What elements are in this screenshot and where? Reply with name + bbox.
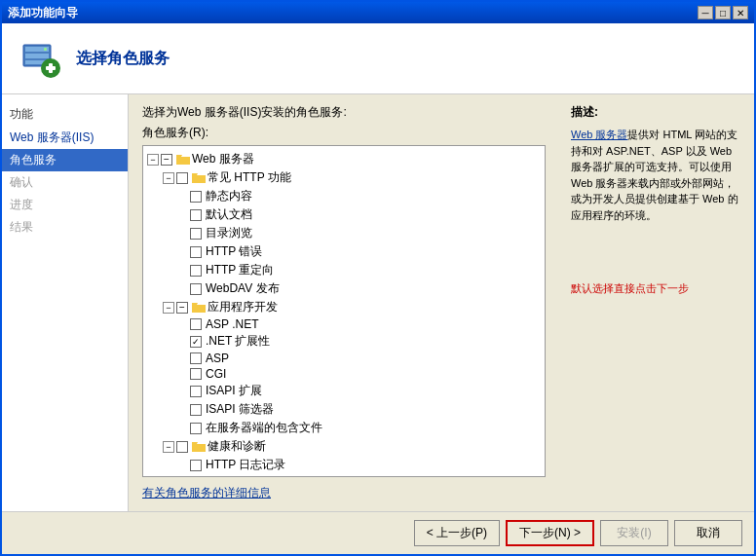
- label-web-server: Web 服务器: [192, 151, 254, 167]
- checkbox-cgi[interactable]: [190, 368, 202, 380]
- back-button[interactable]: < 上一步(P): [414, 520, 500, 546]
- svg-rect-4: [44, 48, 47, 51]
- tree-item-health-diag[interactable]: − 健康和诊断: [143, 437, 545, 456]
- tree-item-log-tools[interactable]: 日志记录工具: [143, 474, 545, 477]
- window-title: 添加功能向导: [8, 5, 78, 21]
- label-common-http: 常见 HTTP 功能: [208, 169, 291, 186]
- checkbox-app-dev[interactable]: [176, 302, 188, 314]
- checkbox-asp-net[interactable]: [190, 318, 202, 330]
- tree-item-webdav[interactable]: WebDAV 发布: [143, 279, 545, 298]
- title-bar-controls: ─ □ ✕: [698, 6, 748, 19]
- sidebar-item-result: 结果: [2, 216, 128, 239]
- label-log-tools: 日志记录工具: [206, 475, 276, 477]
- label-http-redirect: HTTP 重定向: [206, 262, 274, 278]
- checkbox-server-side[interactable]: [190, 423, 202, 434]
- minimize-button[interactable]: ─: [698, 6, 713, 19]
- sidebar-item-progress: 进度: [2, 194, 128, 216]
- tree-item-isapi-ext[interactable]: ISAPI 扩展: [143, 382, 545, 400]
- sidebar-label: 功能: [2, 102, 128, 127]
- checkbox-http-errors[interactable]: [190, 246, 202, 258]
- desc-body: 提供对 HTML 网站的支持和对 ASP.NET、ASP 以及 Web 服务器扩…: [571, 129, 738, 221]
- sidebar-item-confirm: 确认: [2, 171, 128, 194]
- sidebar: 功能 Web 服务器(IIS) 角色服务 确认 进度 结果: [2, 94, 129, 511]
- label-asp-net: ASP .NET: [206, 317, 258, 331]
- sidebar-item-role-services[interactable]: 角色服务: [2, 149, 128, 171]
- main-instruction: 选择为Web 服务器(IIS)安装的角色服务:: [142, 104, 546, 121]
- checkbox-http-redirect[interactable]: [190, 265, 202, 277]
- tree-item-common-http[interactable]: − 常见 HTTP 功能: [143, 168, 545, 187]
- tree-item-app-dev[interactable]: − 应用程序开发: [143, 298, 545, 316]
- checkbox-default-doc[interactable]: [190, 209, 202, 221]
- checkbox-http-logging[interactable]: [190, 460, 202, 471]
- svg-rect-2: [25, 54, 49, 58]
- role-label: 角色服务(R):: [142, 125, 546, 141]
- label-default-doc: 默认文档: [206, 206, 252, 223]
- tree-item-asp-net[interactable]: ASP .NET: [143, 316, 545, 332]
- tree-item-dir-browse[interactable]: 目录浏览: [143, 224, 545, 242]
- content-area: 功能 Web 服务器(IIS) 角色服务 确认 进度 结果 选择为Web 服务器…: [2, 94, 754, 511]
- footer: < 上一步(P) 下一步(N) > 安装(I) 取消: [2, 511, 754, 554]
- description-panel: 描述: Web 服务器提供对 HTML 网站的支持和对 ASP.NET、ASP …: [559, 94, 754, 511]
- checkbox-static-content[interactable]: [190, 191, 202, 203]
- title-bar: 添加功能向导 ─ □ ✕: [2, 2, 754, 23]
- label-static-content: 静态内容: [206, 188, 252, 204]
- tree-item-default-doc[interactable]: 默认文档: [143, 205, 545, 224]
- tree-item-static-content[interactable]: 静态内容: [143, 187, 545, 205]
- label-cgi: CGI: [206, 367, 226, 381]
- checkbox-isapi-filter[interactable]: [190, 404, 202, 416]
- description-text: Web 服务器提供对 HTML 网站的支持和对 ASP.NET、ASP 以及 W…: [571, 127, 742, 223]
- info-link[interactable]: 有关角色服务的详细信息: [142, 485, 546, 501]
- tree-item-http-logging[interactable]: HTTP 日志记录: [143, 456, 545, 474]
- label-health-diag: 健康和诊断: [208, 438, 266, 455]
- desc-link-web-server[interactable]: Web 服务器: [571, 129, 627, 140]
- tree-item-web-server[interactable]: − Web 服务器: [143, 150, 545, 168]
- checkbox-webdav[interactable]: [190, 283, 202, 295]
- header-icon: [18, 35, 64, 82]
- label-http-logging: HTTP 日志记录: [206, 457, 285, 473]
- checkbox-web-server[interactable]: [161, 154, 172, 166]
- label-app-dev: 应用程序开发: [208, 299, 278, 315]
- main-panel: 选择为Web 服务器(IIS)安装的角色服务: 角色服务(R): − Web 服…: [129, 94, 559, 511]
- install-button: 安装(I): [600, 520, 668, 546]
- label-isapi-ext: ISAPI 扩展: [206, 383, 262, 399]
- desc-note: 默认选择直接点击下一步: [571, 281, 742, 296]
- checkbox-asp[interactable]: [190, 352, 202, 364]
- checkbox-health-diag[interactable]: [176, 441, 188, 453]
- checkbox-dir-browse[interactable]: [190, 228, 202, 240]
- tree-container[interactable]: − Web 服务器 − 常见 HTTP 功能 静态内容: [142, 145, 546, 477]
- tree-item-http-errors[interactable]: HTTP 错误: [143, 242, 545, 261]
- tree-item-server-side[interactable]: 在服务器端的包含文件: [143, 419, 545, 437]
- next-button[interactable]: 下一步(N) >: [506, 520, 594, 546]
- label-http-errors: HTTP 错误: [206, 243, 262, 260]
- close-button[interactable]: ✕: [733, 6, 748, 19]
- tree-item-cgi[interactable]: CGI: [143, 366, 545, 382]
- maximize-button[interactable]: □: [715, 6, 731, 19]
- main-window: 添加功能向导 ─ □ ✕ 选择角色服务: [0, 0, 756, 556]
- description-title: 描述:: [571, 104, 742, 121]
- label-asp: ASP: [206, 352, 229, 365]
- header: 选择角色服务: [2, 23, 754, 94]
- expand-icon-common-http[interactable]: −: [163, 172, 174, 184]
- page-title: 选择角色服务: [76, 49, 170, 69]
- label-webdav: WebDAV 发布: [206, 280, 280, 297]
- svg-rect-7: [46, 66, 56, 70]
- cancel-button[interactable]: 取消: [674, 520, 742, 546]
- sidebar-item-web-server[interactable]: Web 服务器(IIS): [2, 127, 128, 149]
- tree-item-asp[interactable]: ASP: [143, 351, 545, 366]
- expand-icon-health-diag[interactable]: −: [163, 441, 174, 453]
- tree-item-isapi-filter[interactable]: ISAPI 筛选器: [143, 400, 545, 419]
- tree-item-net-ext[interactable]: .NET 扩展性: [143, 332, 545, 351]
- checkbox-net-ext[interactable]: [190, 336, 202, 348]
- expand-icon-app-dev[interactable]: −: [163, 302, 174, 314]
- label-server-side: 在服务器端的包含文件: [206, 420, 322, 436]
- checkbox-isapi-ext[interactable]: [190, 386, 202, 397]
- expand-icon-web-server[interactable]: −: [147, 154, 159, 166]
- checkbox-common-http[interactable]: [176, 172, 188, 184]
- label-dir-browse: 目录浏览: [206, 225, 252, 241]
- tree-item-http-redirect[interactable]: HTTP 重定向: [143, 261, 545, 279]
- label-net-ext: .NET 扩展性: [206, 333, 270, 350]
- label-isapi-filter: ISAPI 筛选器: [206, 401, 274, 418]
